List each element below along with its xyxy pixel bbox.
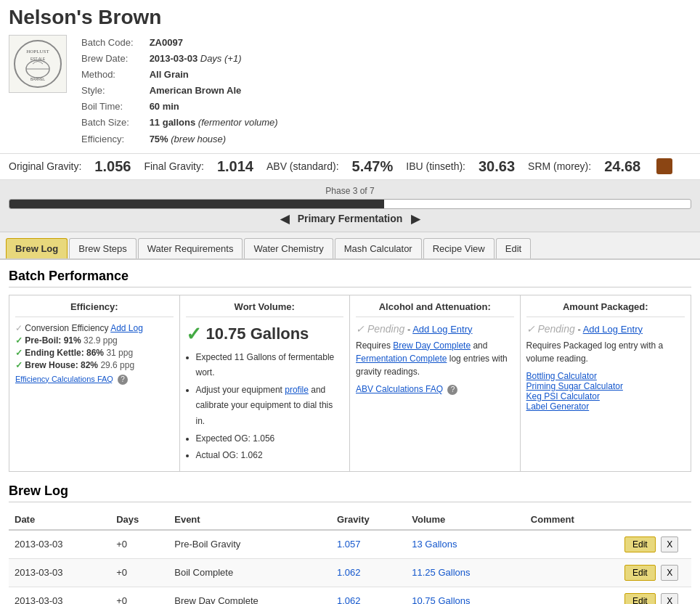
delete-row-button[interactable]: X bbox=[661, 536, 678, 552]
fg-value: 1.014 bbox=[217, 158, 253, 175]
efficiency-faq-link[interactable]: Efficiency Calculations FAQ bbox=[15, 375, 113, 383]
efficiency-help-icon[interactable]: ? bbox=[118, 375, 128, 385]
equipment-profile-link[interactable]: profile bbox=[285, 385, 309, 395]
alcohol-header: Alcohol and Attenuation: bbox=[356, 301, 514, 317]
edit-row-button[interactable]: Edit bbox=[624, 593, 656, 604]
cell-actions: Edit X bbox=[619, 530, 691, 559]
brewery-logo: HOPLUST EST ALE BARREL bbox=[9, 35, 67, 93]
cell-date: 2013-03-03 bbox=[9, 587, 110, 604]
wort-check-icon: ✓ bbox=[186, 323, 202, 346]
phase-next-arrow[interactable]: ▶ bbox=[411, 212, 420, 226]
cell-gravity: 1.062 bbox=[331, 587, 406, 604]
conversion-add-log-link[interactable]: Add Log bbox=[110, 323, 143, 333]
packaged-check-icon: ✓ Pending bbox=[526, 323, 575, 335]
phase-nav: ◀ Primary Fermentation ▶ bbox=[9, 212, 691, 226]
fermentation-complete-link[interactable]: Fermentation Complete bbox=[356, 354, 447, 364]
batch-info: HOPLUST EST ALE BARREL Batch Code: ZA009… bbox=[0, 32, 700, 153]
srm-color-icon bbox=[656, 158, 672, 174]
batch-performance-title: Batch Performance bbox=[9, 269, 691, 287]
tab-water-requirements[interactable]: Water Requirements bbox=[138, 238, 243, 258]
efficiency-col: Efficiency: ✓ Conversion Efficiency Add … bbox=[9, 295, 180, 471]
abv-label: ABV (standard): bbox=[266, 160, 339, 172]
alcohol-add-log-link[interactable]: Add Log Entry bbox=[412, 324, 472, 335]
phase-prev-arrow[interactable]: ◀ bbox=[280, 212, 289, 226]
tab-recipe-view[interactable]: Recipe View bbox=[423, 238, 495, 258]
cell-event: Boil Complete bbox=[168, 558, 331, 587]
preboil-check-icon: ✓ bbox=[15, 335, 23, 346]
cell-actions: Edit X bbox=[619, 587, 691, 604]
col-event: Event bbox=[168, 510, 331, 530]
alcohol-check-icon: ✓ Pending bbox=[356, 323, 404, 335]
keg-psi-link[interactable]: Keg PSI Calculator bbox=[526, 391, 685, 401]
brew-log-title: Brew Log bbox=[9, 483, 691, 502]
cell-volume: 13 Gallons bbox=[406, 530, 525, 559]
brewhouse-check-icon: ✓ bbox=[15, 360, 23, 370]
table-row: 2013-03-03 +0 Brew Day Complete 1.062 10… bbox=[9, 587, 691, 604]
cell-date: 2013-03-03 bbox=[9, 558, 110, 587]
srm-label: SRM (morey): bbox=[528, 160, 591, 172]
wort-bullet-2: Adjust your equipment profile and calibr… bbox=[196, 383, 344, 430]
tab-water-chemistry[interactable]: Water Chemistry bbox=[244, 238, 333, 258]
cell-gravity: 1.062 bbox=[331, 558, 406, 587]
col-gravity: Gravity bbox=[331, 510, 406, 530]
cell-event: Pre-Boil Gravity bbox=[168, 530, 331, 559]
batch-performance-grid: Efficiency: ✓ Conversion Efficiency Add … bbox=[9, 295, 691, 472]
phase-fill bbox=[9, 200, 384, 208]
packaged-add-log-link[interactable]: Add Log Entry bbox=[583, 324, 643, 335]
packaged-desc: Requires Packaged log entry with a volum… bbox=[526, 339, 685, 365]
col-days: Days bbox=[110, 510, 168, 530]
fg-label: Final Gravity: bbox=[144, 160, 203, 172]
page-title: Nelson's Brown bbox=[0, 0, 700, 32]
label-generator-link[interactable]: Label Generator bbox=[526, 401, 685, 412]
efficiency-header: Efficiency: bbox=[15, 301, 174, 317]
cell-days: +0 bbox=[110, 587, 168, 604]
phase-track bbox=[9, 199, 691, 209]
ibu-value: 30.63 bbox=[479, 158, 515, 175]
wort-bullet-1: Expected 11 Gallons of fermentable wort. bbox=[196, 350, 344, 381]
tab-edit[interactable]: Edit bbox=[496, 238, 531, 258]
preboil-row: ✓ Pre-Boil: 91% 32.9 ppg bbox=[15, 335, 174, 346]
tab-brew-log[interactable]: Brew Log bbox=[6, 238, 68, 258]
amount-packaged-col: Amount Packaged: ✓ Pending - Add Log Ent… bbox=[521, 295, 691, 471]
col-comment: Comment bbox=[525, 510, 619, 530]
batch-details: Batch Code: ZA0097 Brew Date: 2013-03-03… bbox=[81, 35, 278, 147]
phase-section: Phase 3 of 7 ◀ Primary Fermentation ▶ bbox=[0, 180, 700, 232]
bottling-calculator-link[interactable]: Bottling Calculator bbox=[526, 371, 685, 381]
brew-log-section: Brew Log Date Days Event Gravity Volume … bbox=[9, 483, 691, 604]
edit-row-button[interactable]: Edit bbox=[624, 536, 656, 552]
tab-brew-steps[interactable]: Brew Steps bbox=[69, 238, 136, 258]
priming-sugar-link[interactable]: Priming Sugar Calculator bbox=[526, 381, 685, 391]
wort-bullet-4: Actual OG: 1.062 bbox=[196, 448, 344, 464]
log-table-header-row: Date Days Event Gravity Volume Comment bbox=[9, 510, 691, 530]
wort-bullet-3: Expected OG: 1.056 bbox=[196, 431, 344, 447]
svg-text:HOPLUST: HOPLUST bbox=[26, 49, 49, 54]
stats-bar: Original Gravity: 1.056 Final Gravity: 1… bbox=[0, 153, 700, 180]
alcohol-col: Alcohol and Attenuation: ✓ Pending - Add… bbox=[350, 295, 521, 471]
delete-row-button[interactable]: X bbox=[661, 593, 678, 604]
abv-faq-link[interactable]: ABV Calculations FAQ bbox=[356, 384, 443, 394]
cell-days: +0 bbox=[110, 530, 168, 559]
tab-mash-calculator[interactable]: Mash Calculator bbox=[335, 238, 422, 258]
wort-volume-header: Wort Volume: bbox=[186, 301, 344, 317]
cell-gravity: 1.057 bbox=[331, 530, 406, 559]
table-row: 2013-03-03 +0 Pre-Boil Gravity 1.057 13 … bbox=[9, 530, 691, 559]
brew-day-complete-link[interactable]: Brew Day Complete bbox=[393, 340, 471, 351]
col-actions bbox=[619, 510, 691, 530]
cell-comment bbox=[525, 530, 619, 559]
delete-row-button[interactable]: X bbox=[661, 565, 678, 581]
cell-date: 2013-03-03 bbox=[9, 530, 110, 559]
edit-row-button[interactable]: Edit bbox=[624, 565, 656, 581]
kettle-row: ✓ Ending Kettle: 86% 31 ppg bbox=[15, 348, 174, 358]
conversion-efficiency-row: ✓ Conversion Efficiency Add Log bbox=[15, 323, 174, 333]
srm-value: 24.68 bbox=[604, 158, 640, 175]
conversion-check-icon: ✓ bbox=[15, 323, 23, 333]
cell-actions: Edit X bbox=[619, 558, 691, 587]
efficiency-faq: Efficiency Calculations FAQ ? bbox=[15, 375, 174, 385]
wort-volume-value: ✓ 10.75 Gallons bbox=[186, 323, 344, 346]
main-content: Batch Performance Efficiency: ✓ Conversi… bbox=[0, 260, 700, 604]
amount-packaged-header: Amount Packaged: bbox=[526, 301, 685, 317]
abv-help-icon[interactable]: ? bbox=[447, 385, 457, 395]
brew-log-table: Date Days Event Gravity Volume Comment 2… bbox=[9, 510, 691, 604]
abv-value: 5.47% bbox=[352, 158, 394, 175]
table-row: 2013-03-03 +0 Boil Complete 1.062 11.25 … bbox=[9, 558, 691, 587]
